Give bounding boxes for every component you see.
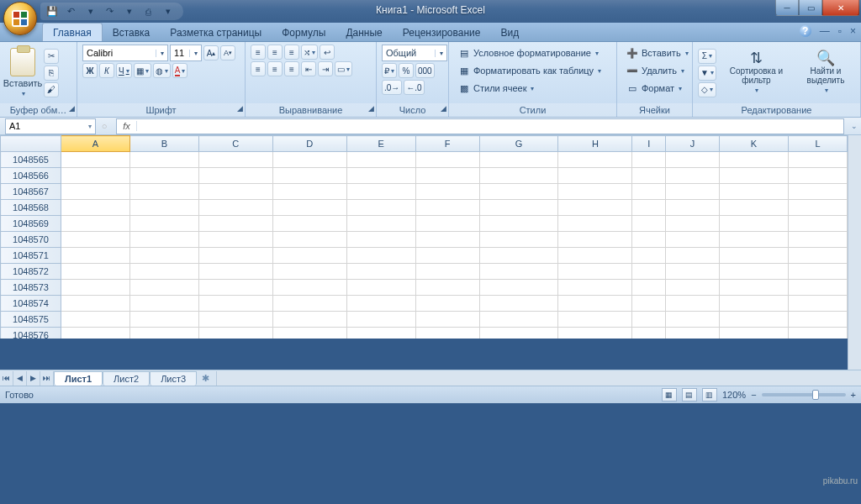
close-button[interactable]: ✕ [822, 0, 859, 16]
comma-button[interactable]: 000 [415, 63, 435, 78]
row-header[interactable]: 1048573 [1, 280, 61, 296]
decrease-indent-button[interactable]: ⇤ [301, 61, 316, 76]
tab-view[interactable]: Вид [490, 24, 529, 41]
cell[interactable] [61, 248, 130, 264]
dialog-launcher-icon[interactable]: ◢ [237, 104, 243, 113]
cell[interactable] [720, 184, 789, 200]
cell[interactable] [129, 296, 198, 312]
select-all-button[interactable] [1, 136, 61, 152]
cell[interactable] [129, 184, 198, 200]
cell[interactable] [666, 264, 720, 280]
cell[interactable] [198, 296, 272, 312]
cell[interactable] [61, 200, 130, 216]
cell[interactable] [129, 232, 198, 248]
cell[interactable] [61, 168, 130, 184]
dialog-launcher-icon[interactable]: ◢ [368, 104, 374, 113]
cell[interactable] [788, 280, 847, 296]
align-middle-button[interactable]: ≡ [267, 45, 283, 60]
cell[interactable] [346, 312, 415, 328]
cell[interactable] [666, 152, 720, 168]
next-sheet-button[interactable]: ▶ [27, 371, 40, 386]
cell[interactable] [129, 280, 198, 296]
pagebreak-view-button[interactable]: ▥ [702, 388, 717, 402]
cell[interactable] [61, 312, 130, 328]
cell[interactable] [198, 264, 272, 280]
cell[interactable] [632, 264, 666, 280]
cell[interactable] [479, 232, 558, 248]
cell[interactable] [61, 264, 130, 280]
align-bottom-button[interactable]: ≡ [284, 45, 299, 60]
undo-dropdown-icon[interactable]: ▾ [84, 5, 98, 18]
chevron-down-icon[interactable]: ▾ [189, 50, 201, 57]
column-header[interactable]: C [198, 136, 272, 152]
zoom-out-button[interactable]: − [751, 390, 756, 400]
pagelayout-view-button[interactable]: ▤ [682, 388, 697, 402]
dialog-launcher-icon[interactable]: ◢ [441, 104, 446, 113]
row-header[interactable]: 1048572 [1, 264, 61, 280]
format-as-table-button[interactable]: ▦ Форматировать как таблицу▾ [454, 62, 605, 79]
cell[interactable] [479, 184, 558, 200]
cell[interactable] [198, 232, 272, 248]
cell[interactable] [415, 200, 479, 216]
cell[interactable] [479, 152, 558, 168]
cell[interactable] [415, 184, 479, 200]
cell[interactable] [788, 312, 847, 328]
format-cells-button[interactable]: ▭Формат▾ [622, 80, 685, 97]
font-size-input[interactable] [171, 45, 189, 60]
fontcolor-button[interactable]: A▾ [172, 63, 188, 78]
cell[interactable] [346, 280, 415, 296]
office-button[interactable] [3, 2, 37, 35]
cell[interactable] [129, 248, 198, 264]
cell[interactable] [558, 264, 632, 280]
cell[interactable] [129, 264, 198, 280]
row-header[interactable]: 1048566 [1, 168, 61, 184]
zoom-slider[interactable] [762, 393, 846, 396]
grow-font-button[interactable]: A▴ [203, 45, 219, 60]
cell[interactable] [720, 296, 789, 312]
insert-cells-button[interactable]: ➕Вставить▾ [622, 45, 692, 61]
column-header[interactable]: A [61, 136, 130, 152]
cut-button[interactable]: ✂ [44, 49, 59, 64]
cell[interactable] [198, 184, 272, 200]
cell[interactable] [479, 280, 558, 296]
expand-formula-icon[interactable]: ⌄ [848, 122, 861, 130]
cell[interactable] [558, 296, 632, 312]
minimize-ribbon-button[interactable]: — [820, 25, 830, 37]
decrease-decimal-button[interactable]: ←.0 [404, 80, 424, 95]
redo-dropdown-icon[interactable]: ▾ [123, 5, 136, 18]
cell[interactable] [272, 264, 346, 280]
chevron-down-icon[interactable]: ▾ [435, 50, 446, 57]
tab-pagelayout[interactable]: Разметка страницы [160, 24, 272, 41]
cell[interactable] [788, 200, 847, 216]
cell[interactable] [720, 232, 789, 248]
cell[interactable] [558, 312, 632, 328]
cell[interactable] [198, 200, 272, 216]
cell[interactable] [666, 232, 720, 248]
cell[interactable] [666, 168, 720, 184]
cell[interactable] [61, 296, 130, 312]
cell[interactable] [558, 280, 632, 296]
autosum-button[interactable]: Σ▾ [698, 49, 716, 64]
cell[interactable] [632, 296, 666, 312]
cell[interactable] [632, 168, 666, 184]
chevron-down-icon[interactable]: ▾ [88, 123, 92, 130]
column-header[interactable]: H [558, 136, 632, 152]
column-header[interactable]: I [632, 136, 666, 152]
cell[interactable] [666, 312, 720, 328]
cell[interactable] [632, 152, 666, 168]
cell[interactable] [720, 264, 789, 280]
cell[interactable] [720, 280, 789, 296]
cell[interactable] [558, 168, 632, 184]
maximize-button[interactable]: ▭ [799, 0, 822, 16]
fx-icon[interactable]: fx [117, 121, 137, 131]
cell[interactable] [346, 248, 415, 264]
cell[interactable] [415, 152, 479, 168]
cell[interactable] [272, 280, 346, 296]
row-header[interactable]: 1048567 [1, 184, 61, 200]
cell[interactable] [666, 280, 720, 296]
align-top-button[interactable]: ≡ [251, 45, 266, 60]
cell[interactable] [479, 168, 558, 184]
cell[interactable] [272, 152, 346, 168]
horizontal-scrollbar[interactable] [216, 371, 861, 386]
increase-indent-button[interactable]: ⇥ [318, 61, 333, 76]
